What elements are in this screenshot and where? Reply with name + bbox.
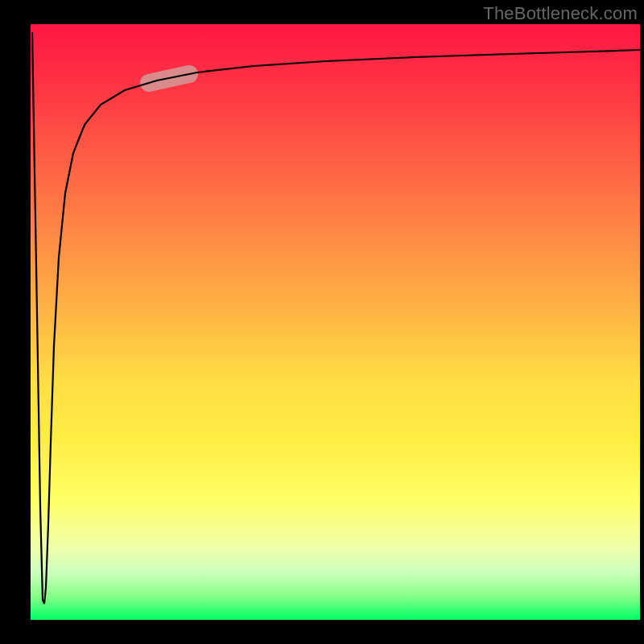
x-axis (27, 620, 642, 622)
bottleneck-curve (32, 32, 640, 604)
curve-svg (28, 24, 640, 620)
watermark-text: TheBottleneck.com (483, 3, 638, 24)
chart-container: TheBottleneck.com (0, 0, 644, 644)
